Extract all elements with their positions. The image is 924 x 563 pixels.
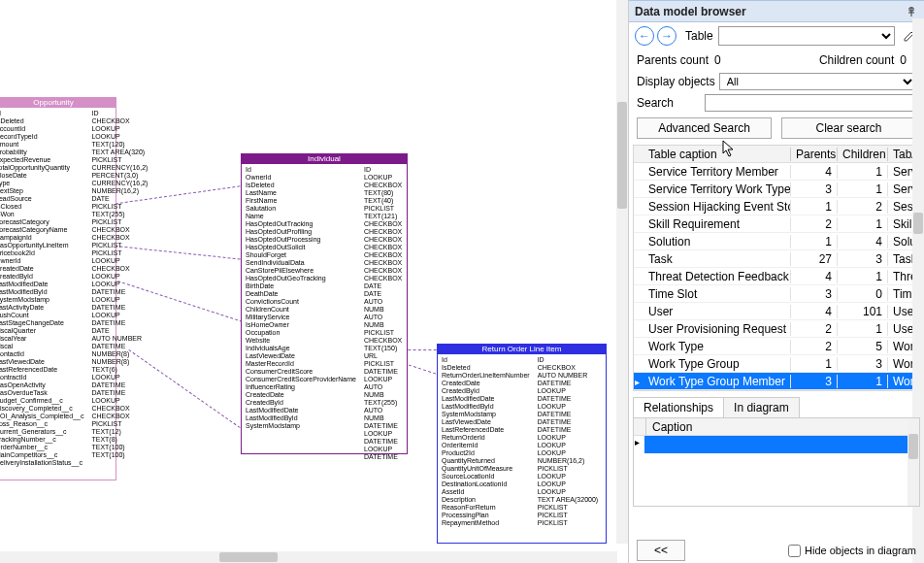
display-objects-row: Display objects All <box>629 71 924 92</box>
detail-tabs: Relationships In diagram <box>633 397 920 417</box>
col-children[interactable]: Children <box>838 148 888 161</box>
search-label: Search <box>637 96 705 110</box>
collapse-button[interactable]: << <box>637 540 685 561</box>
nav-forward-button[interactable]: → <box>657 26 676 46</box>
table-row[interactable]: Threat Detection Feedback41Thre <box>634 268 919 285</box>
relationships-scrollbar[interactable] <box>908 418 919 506</box>
advanced-search-button[interactable]: Advanced Search <box>637 117 772 139</box>
parents-count-label: Parents count <box>637 53 709 67</box>
display-objects-label: Display objects <box>637 75 715 88</box>
table-row[interactable]: Session Hijacking Event Store12Sess <box>634 198 919 215</box>
table-row[interactable]: Service Territory Work Type31Serv <box>634 181 919 198</box>
pin-icon[interactable] <box>905 5 918 18</box>
table-row[interactable]: Work Type Group13Wor <box>634 355 919 373</box>
data-model-browser-panel: Data model browser ← → Table Parents cou… <box>629 0 924 563</box>
tab-relationships[interactable]: Relationships <box>633 397 724 417</box>
table-row[interactable]: Service Territory Member41Serv <box>634 163 919 181</box>
entity-individual[interactable]: Individual IdOwnerIdIsDeletedLastNameFir… <box>241 153 408 454</box>
entity-return-order-line-item[interactable]: Return Order Line Item IdIsDeletedReturn… <box>437 344 607 544</box>
clear-search-button[interactable]: Clear search <box>781 117 916 139</box>
table-row[interactable]: User Provisioning Request21User <box>634 320 919 338</box>
col-parents[interactable]: Parents <box>791 148 838 161</box>
table-row[interactable]: User4101User <box>634 303 919 320</box>
canvas-scrollbar-h[interactable] <box>0 551 617 563</box>
table-row[interactable]: Work Type Group Member31Wor <box>634 373 919 390</box>
caption-col[interactable]: Caption <box>646 420 698 434</box>
search-buttons: Advanced Search Clear search <box>629 114 924 145</box>
entity-title: Return Order Line Item <box>438 345 606 354</box>
children-count-value: 0 <box>900 53 907 67</box>
tables-grid[interactable]: Table caption Parents Children Tabl▴ Ser… <box>633 145 920 391</box>
tab-in-diagram[interactable]: In diagram <box>723 397 800 417</box>
entity-title: Opportunity <box>0 98 116 108</box>
hide-objects-input[interactable] <box>788 545 801 557</box>
table-select[interactable] <box>718 26 895 46</box>
panel-footer: << Hide objects in diagram <box>629 538 924 563</box>
relationships-pane: Caption <box>633 417 920 507</box>
canvas-scrollbar-v[interactable] <box>616 0 628 544</box>
relationship-row[interactable] <box>644 436 919 453</box>
col-caption[interactable]: Table caption <box>644 148 791 161</box>
table-row[interactable]: Skill Requirement21Skill <box>634 215 919 233</box>
table-label: Table <box>685 29 713 43</box>
table-row[interactable]: Work Type25Wor <box>634 338 919 355</box>
panel-header: Data model browser <box>629 1 924 22</box>
panel-title: Data model browser <box>635 5 746 18</box>
toolbar: ← → Table <box>629 22 924 50</box>
search-input[interactable] <box>705 94 916 112</box>
diagram-canvas[interactable]: Opportunity IdIsDeletedAccountIdRecordTy… <box>0 0 629 563</box>
grid-header: Table caption Parents Children Tabl▴ <box>634 146 919 163</box>
table-row[interactable]: Solution14Solu <box>634 233 919 250</box>
table-row[interactable]: Time Slot30Time <box>634 285 919 303</box>
children-count-label: Children count <box>819 53 894 67</box>
table-row[interactable]: Task273Task <box>634 250 919 268</box>
parents-count-value: 0 <box>714 53 721 67</box>
hide-objects-checkbox[interactable]: Hide objects in diagram <box>788 545 916 557</box>
search-row: Search <box>629 92 924 114</box>
counts-row: Parents count 0 Children count 0 <box>629 50 924 71</box>
display-objects-select[interactable]: All <box>719 73 916 90</box>
nav-back-button[interactable]: ← <box>635 26 654 46</box>
entity-opportunity[interactable]: Opportunity IdIsDeletedAccountIdRecordTy… <box>0 97 116 480</box>
entity-title: Individual <box>242 154 407 164</box>
